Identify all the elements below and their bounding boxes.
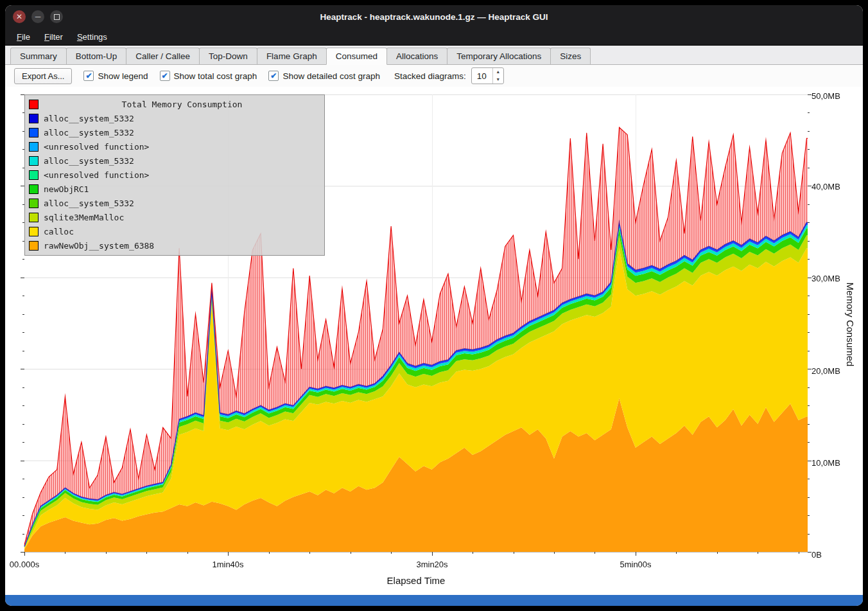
y-tick-label: 40,0MB [812,182,840,191]
legend-swatch [29,142,39,152]
legend-swatch [29,227,39,236]
tab-summary[interactable]: Summary [10,48,67,65]
checkbox-label: Show detailed cost graph [282,71,380,81]
legend-label: rawNewObj__system_6388 [44,241,154,251]
minimize-button[interactable]: ─ [31,10,44,23]
show-detailed-cost-checkbox[interactable]: ✔ Show detailed cost graph [268,71,380,81]
legend-label: sqlite3MemMalloc [44,213,124,222]
minimize-icon: ─ [35,13,41,21]
legend-label: <unresolved function> [44,170,149,180]
legend-label: calloc [44,227,74,236]
window-controls: ✕ ─ [13,5,63,28]
maximize-button[interactable] [50,10,63,23]
legend-item: newObjRC1 [29,182,320,196]
y-axis-title: Memory Consumed [845,283,856,367]
legend-item: alloc__system_5332 [29,111,320,125]
legend-item: alloc__system_5332 [29,196,320,210]
stacked-diagrams-spinner[interactable]: 10 ▴ ▾ [471,67,504,84]
spinner-buttons: ▴ ▾ [492,68,503,84]
legend-item: alloc__system_5332 [29,154,320,168]
legend-swatch [29,199,39,208]
y-tick-label: 50,0MB [812,91,840,101]
checkbox-checked-icon: ✔ [160,71,170,81]
close-icon: ✕ [16,13,22,21]
x-tick-label: 00.000s [10,560,39,569]
legend-label: newObjRC1 [44,184,89,194]
maximize-icon [54,14,60,20]
legend-item: <unresolved function> [29,139,320,154]
checkbox-label: Show total cost graph [174,71,257,81]
spinner-up-icon[interactable]: ▴ [493,68,503,76]
y-tick-label: 10,0MB [812,458,840,468]
spinner-down-icon[interactable]: ▾ [493,76,503,84]
window-title: Heaptrack - heaptrack.wakunode.1.gz — He… [5,12,863,22]
legend-label: <unresolved function> [44,142,149,152]
checkbox-checked-icon: ✔ [268,71,279,81]
tab-bar: Summary Bottom-Up Caller / Callee Top-Do… [5,46,863,65]
toolbar: Export As... ✔ Show legend ✔ Show total … [5,65,863,87]
legend-item: sqlite3MemMalloc [29,210,320,224]
titlebar: ✕ ─ Heaptrack - heaptrack.wakunode.1.gz … [5,5,863,28]
y-tick-label: 30,0MB [812,274,840,283]
tab-allocations[interactable]: Allocations [386,48,447,65]
legend-swatch [29,184,39,194]
show-total-cost-checkbox[interactable]: ✔ Show total cost graph [160,71,257,81]
legend-title-row: Total Memory Consumption [29,97,320,111]
x-tick-label: 3min20s [416,560,447,569]
spinner-value: 10 [472,68,492,84]
y-tick-label: 0B [812,550,822,560]
legend-item: rawNewObj__system_6388 [29,238,320,252]
menubar: File Filter Settings [5,28,863,46]
menu-filter[interactable]: Filter [38,30,69,44]
legend-item: alloc__system_5332 [29,125,320,139]
show-legend-checkbox[interactable]: ✔ Show legend [83,71,148,81]
legend-swatch [29,156,39,166]
menu-settings[interactable]: Settings [71,30,114,44]
chart-legend: Total Memory Consumption alloc__system_5… [24,94,325,256]
legend-item: <unresolved function> [29,168,320,182]
x-axis-title: Elapsed Time [387,575,446,586]
stacked-diagrams-label: Stacked diagrams: [394,71,466,81]
tab-flame-graph[interactable]: Flame Graph [257,48,327,65]
legend-swatch [29,114,39,123]
legend-swatch [29,170,39,180]
legend-label: alloc__system_5332 [44,128,134,137]
y-tick-label: 20,0MB [812,366,840,376]
menu-file[interactable]: File [10,30,37,44]
legend-swatch [29,213,39,222]
status-bar [5,595,863,606]
legend-title: Total Memory Consumption [44,100,320,109]
chart-area: Total Memory Consumption alloc__system_5… [5,87,863,595]
app-window: ✕ ─ Heaptrack - heaptrack.wakunode.1.gz … [5,5,863,606]
checkbox-checked-icon: ✔ [83,71,94,81]
legend-swatch-total [29,100,39,109]
tab-temporary-allocations[interactable]: Temporary Allocations [447,48,551,65]
legend-item: calloc [29,224,320,238]
tab-caller-callee[interactable]: Caller / Callee [126,48,200,65]
tab-consumed[interactable]: Consumed [326,48,387,65]
close-button[interactable]: ✕ [13,10,26,23]
tab-bottom-up[interactable]: Bottom-Up [66,48,127,65]
tab-sizes[interactable]: Sizes [550,48,591,65]
export-as-button[interactable]: Export As... [14,68,72,84]
legend-label: alloc__system_5332 [44,199,134,208]
legend-swatch [29,241,39,251]
legend-swatch [29,128,39,137]
x-tick-label: 1min40s [212,560,243,569]
legend-label: alloc__system_5332 [44,114,134,123]
checkbox-label: Show legend [98,71,148,81]
legend-label: alloc__system_5332 [44,156,134,166]
tab-top-down[interactable]: Top-Down [199,48,257,65]
x-tick-label: 5min00s [620,560,651,569]
